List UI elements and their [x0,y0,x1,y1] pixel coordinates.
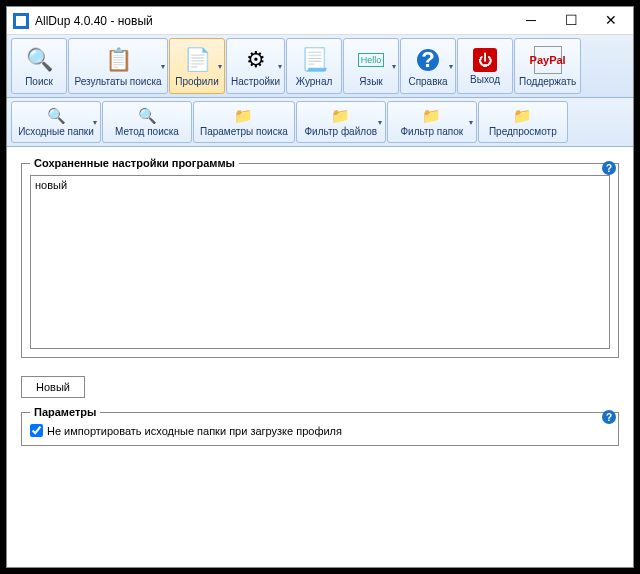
import-checkbox-row[interactable]: Не импортировать исходные папки при загр… [30,424,610,437]
saved-settings-legend: Сохраненные настройки программы [30,157,239,169]
list-item[interactable]: новый [33,178,607,192]
subtoolbar-icon: 🔍 [138,107,156,125]
dropdown-icon: ▾ [278,62,282,71]
subtoolbar-label: Параметры поиска [200,126,288,137]
app-window: AllDup 4.0.40 - новый ─ ☐ ✕ 🔍Поиск📋Резул… [6,6,634,568]
subtoolbar-icon: 🔍 [47,107,65,125]
parameters-legend: Параметры [30,406,100,418]
dropdown-icon: ▾ [449,62,453,71]
toolbar-icon: Hello [357,46,385,74]
app-icon [13,13,29,29]
subtoolbar-icon: 📁 [235,107,253,125]
close-button[interactable]: ✕ [591,8,631,34]
dropdown-icon: ▾ [161,62,165,71]
toolbar-icon: 📄 [183,46,211,74]
toolbar-label: Профили [175,76,219,87]
subtoolbar-button[interactable]: 📁Фильтр файлов▾ [296,101,386,143]
window-title: AllDup 4.0.40 - новый [35,14,511,28]
content-area: Сохраненные настройки программы ? новый … [7,147,633,567]
toolbar-label: Настройки [231,76,280,87]
toolbar-label: Выход [470,74,500,85]
dropdown-icon: ▾ [378,118,382,127]
toolbar-label: Справка [408,76,447,87]
help-icon[interactable]: ? [602,161,616,175]
dropdown-icon: ▾ [392,62,396,71]
subtoolbar-label: Фильтр файлов [305,126,378,137]
new-button[interactable]: Новый [21,376,85,398]
dropdown-icon: ▾ [218,62,222,71]
toolbar-icon: ? [414,46,442,74]
toolbar-icon: PayPal [534,46,562,74]
help-icon[interactable]: ? [602,410,616,424]
subtoolbar-label: Исходные папки [18,126,94,137]
toolbar-icon: ⚙ [242,46,270,74]
subtoolbar-button[interactable]: 🔍Исходные папки▾ [11,101,101,143]
subtoolbar-button[interactable]: 📁Фильтр папок▾ [387,101,477,143]
toolbar-label: Поиск [25,76,53,87]
import-checkbox[interactable] [30,424,43,437]
toolbar-button[interactable]: ?Справка▾ [400,38,456,94]
titlebar: AllDup 4.0.40 - новый ─ ☐ ✕ [7,7,633,35]
profiles-listbox[interactable]: новый [30,175,610,349]
toolbar-label: Язык [359,76,382,87]
subtoolbar-label: Фильтр папок [400,126,463,137]
toolbar-button[interactable]: ⏻Выход [457,38,513,94]
window-controls: ─ ☐ ✕ [511,8,631,34]
toolbar-button[interactable]: 📄Профили▾ [169,38,225,94]
toolbar-label: Журнал [296,76,333,87]
toolbar-button[interactable]: 🔍Поиск [11,38,67,94]
dropdown-icon: ▾ [93,118,97,127]
toolbar-icon: ⏻ [473,48,497,72]
toolbar-icon: 📃 [300,46,328,74]
import-checkbox-label: Не импортировать исходные папки при загр… [47,425,342,437]
maximize-button[interactable]: ☐ [551,8,591,34]
subtoolbar-button[interactable]: 📁Параметры поиска [193,101,295,143]
subtoolbar-label: Предпросмотр [489,126,557,137]
toolbar-icon: 🔍 [25,46,53,74]
dropdown-icon: ▾ [469,118,473,127]
subtoolbar-icon: 📁 [332,107,350,125]
toolbar-label: Поддержать [519,76,576,87]
saved-settings-group: Сохраненные настройки программы ? новый [21,157,619,358]
subtoolbar-icon: 📁 [423,107,441,125]
parameters-group: Параметры ? Не импортировать исходные па… [21,406,619,446]
toolbar-icon: 📋 [104,46,132,74]
subtoolbar-button[interactable]: 🔍Метод поиска [102,101,192,143]
minimize-button[interactable]: ─ [511,8,551,34]
toolbar-button[interactable]: 📋Результаты поиска▾ [68,38,168,94]
toolbar-main: 🔍Поиск📋Результаты поиска▾📄Профили▾⚙Настр… [7,35,633,98]
toolbar-button[interactable]: ⚙Настройки▾ [226,38,285,94]
subtoolbar-button[interactable]: 📁Предпросмотр [478,101,568,143]
toolbar-label: Результаты поиска [74,76,161,87]
toolbar-button[interactable]: PayPalПоддержать [514,38,581,94]
toolbar-sub: 🔍Исходные папки▾🔍Метод поиска📁Параметры … [7,98,633,147]
toolbar-button[interactable]: HelloЯзык▾ [343,38,399,94]
subtoolbar-icon: 📁 [514,107,532,125]
subtoolbar-label: Метод поиска [115,126,179,137]
toolbar-button[interactable]: 📃Журнал [286,38,342,94]
